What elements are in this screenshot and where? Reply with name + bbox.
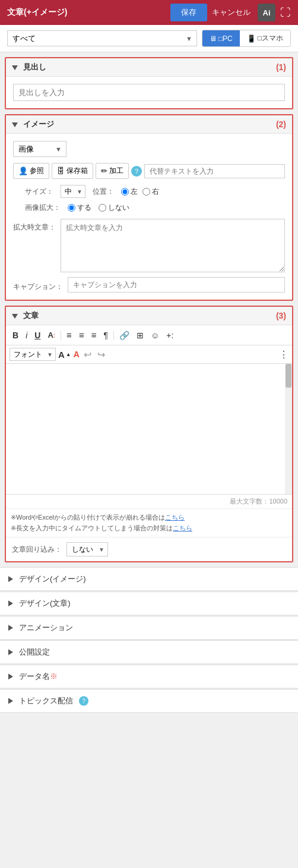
zoom-yes-radio[interactable] bbox=[68, 204, 75, 212]
size-select[interactable]: 中 bbox=[61, 185, 85, 198]
position-right-label[interactable]: 右 bbox=[142, 187, 159, 197]
view-btn-group: 🖥 □PC 📱 □スマホ bbox=[202, 30, 291, 47]
pc-view-button[interactable]: 🖥 □PC bbox=[202, 30, 240, 46]
header-title: 文章(+イメージ) bbox=[7, 7, 170, 18]
editor-notes: ※WordやExcelからの貼り付けで表示が崩れる場合はこちら ※長文を入力中に… bbox=[6, 509, 292, 537]
heading-section-label: 見出し bbox=[23, 62, 46, 73]
expand-textarea[interactable] bbox=[61, 219, 285, 272]
text-wrap-select-wrap: しない ▼ bbox=[66, 542, 108, 556]
paragraph-button[interactable]: ¶ bbox=[100, 329, 111, 341]
font-size-button[interactable]: A ▲ bbox=[58, 350, 71, 360]
zoom-yes-label[interactable]: する bbox=[68, 203, 91, 213]
process-button[interactable]: ✏ 加工 bbox=[96, 163, 129, 179]
align-right-button[interactable]: ≡ bbox=[88, 329, 100, 341]
storage-icon: 🗄 bbox=[57, 166, 65, 175]
expand-text-label: 拡大時文章： bbox=[13, 219, 56, 232]
expand-icon[interactable]: ⛶ bbox=[280, 7, 291, 19]
align-left-button[interactable]: ≡ bbox=[64, 329, 75, 341]
image-section-header-left: イメージ bbox=[12, 119, 54, 130]
collapse-section-0: デザイン(イメージ) bbox=[0, 567, 298, 591]
collapse-header-0[interactable]: デザイン(イメージ) bbox=[0, 568, 298, 590]
heading-triangle-icon bbox=[12, 63, 20, 72]
ai-icon[interactable]: Ai bbox=[258, 4, 275, 21]
collapse-header-3[interactable]: 公開設定 bbox=[0, 641, 298, 663]
smartphone-label: □スマホ bbox=[258, 33, 283, 43]
image-help-icon[interactable]: ? bbox=[131, 166, 142, 177]
image-type-select[interactable]: 画像 bbox=[13, 141, 66, 157]
redo-button[interactable]: ↪ bbox=[96, 349, 107, 360]
note2-link[interactable]: こちら bbox=[173, 524, 192, 532]
more-options-button[interactable]: ⋮ bbox=[279, 349, 289, 360]
position-right-radio[interactable] bbox=[142, 188, 150, 196]
table-button[interactable]: ⊞ bbox=[134, 329, 147, 341]
collapse-title-0: デザイン(イメージ) bbox=[19, 574, 86, 584]
editor-toolbar: B i U A: ≡ ≡ ≡ ¶ 🔗 ⊞ ☺ +: bbox=[6, 325, 292, 345]
toolbar-separator-1 bbox=[61, 331, 61, 340]
collapse-title-5: トピックス配信 bbox=[19, 696, 73, 706]
heading-section: 見出し (1) bbox=[5, 57, 293, 109]
view-select[interactable]: すべて bbox=[7, 30, 197, 46]
image-zoom-row: 画像拡大： する しない bbox=[13, 203, 285, 213]
collapse-arrow-icon-2 bbox=[8, 625, 13, 631]
zoom-no-label[interactable]: しない bbox=[99, 203, 129, 213]
collapse-help-icon-5[interactable]: ? bbox=[79, 696, 88, 706]
editor-scrollbar-thumb[interactable] bbox=[286, 364, 291, 388]
underline-button[interactable]: U bbox=[31, 329, 43, 341]
position-left-radio[interactable] bbox=[121, 188, 129, 196]
storage-button[interactable]: 🗄 保存箱 bbox=[52, 163, 93, 179]
image-section-number: (2) bbox=[276, 119, 286, 129]
font-select-wrap: フォント ▼ bbox=[9, 348, 56, 361]
smartphone-view-button[interactable]: 📱 □スマホ bbox=[240, 30, 290, 46]
caption-input[interactable] bbox=[68, 277, 285, 293]
position-right-text: 右 bbox=[152, 187, 159, 197]
undo-button[interactable]: ↩ bbox=[82, 349, 93, 360]
text-wrap-row: 文章回り込み： しない ▼ bbox=[6, 537, 292, 561]
alt-text-input[interactable] bbox=[144, 164, 285, 178]
collapse-header-2[interactable]: アニメーション bbox=[0, 617, 298, 639]
font-select[interactable]: フォント bbox=[9, 348, 56, 361]
article-section: 文章 (3) B i U A: ≡ ≡ ≡ ¶ 🔗 ⊞ ☺ +: フォント bbox=[5, 306, 293, 562]
save-button[interactable]: 保存 bbox=[170, 4, 207, 21]
text-wrap-select[interactable]: しない bbox=[66, 542, 108, 556]
note2-text: ※長文を入力中にタイムアウトしてしまう場合の対策は bbox=[11, 524, 173, 532]
note1-link[interactable]: こちら bbox=[165, 514, 185, 521]
collapse-section-1: デザイン(文章) bbox=[0, 592, 298, 615]
font-color-a-button[interactable]: A bbox=[74, 350, 80, 359]
editor-toolbar2: フォント ▼ A ▲ A ↩ ↪ ⋮ bbox=[6, 345, 292, 364]
more-toolbar-button[interactable]: +: bbox=[163, 329, 176, 341]
cancel-button[interactable]: キャンセル bbox=[212, 7, 251, 18]
collapse-section-4: データ名※ bbox=[0, 665, 298, 688]
heading-section-body bbox=[6, 77, 292, 108]
heading-section-header: 見出し (1) bbox=[6, 58, 292, 77]
font-color-button[interactable]: A: bbox=[45, 329, 58, 341]
collapse-arrow-icon-5 bbox=[8, 698, 13, 704]
heading-input[interactable] bbox=[13, 84, 285, 101]
collapse-arrow-icon-4 bbox=[8, 674, 13, 680]
position-left-label[interactable]: 左 bbox=[121, 187, 138, 197]
zoom-label: 画像拡大： bbox=[25, 203, 61, 213]
collapse-header-1[interactable]: デザイン(文章) bbox=[0, 592, 298, 615]
collapse-header-5[interactable]: トピックス配信? bbox=[0, 690, 298, 712]
article-section-number: (3) bbox=[276, 311, 286, 320]
zoom-no-radio[interactable] bbox=[99, 204, 106, 212]
image-section: イメージ (2) 画像 ▼ 👤 参照 🗄 保存箱 ✏ 加工 ? bbox=[5, 114, 293, 301]
reference-button[interactable]: 👤 参照 bbox=[13, 163, 49, 179]
collapse-header-4[interactable]: データ名※ bbox=[0, 665, 298, 688]
caption-label: キャプション： bbox=[13, 278, 63, 292]
bold-button[interactable]: B bbox=[9, 329, 21, 341]
editor-content-area[interactable] bbox=[6, 364, 292, 495]
collapse-section-3: 公開設定 bbox=[0, 640, 298, 664]
editor-scrollbar[interactable] bbox=[285, 364, 292, 494]
article-section-header-left: 文章 bbox=[12, 310, 39, 321]
reference-label: 参照 bbox=[30, 166, 44, 176]
link-button[interactable]: 🔗 bbox=[116, 329, 132, 341]
image-section-label: イメージ bbox=[23, 119, 54, 130]
pc-icon: 🖥 bbox=[210, 34, 217, 43]
position-group: 左 右 bbox=[121, 187, 159, 197]
font-size-arrow-icon: ▲ bbox=[66, 351, 71, 357]
heading-section-number: (1) bbox=[276, 62, 286, 72]
emoji-button[interactable]: ☺ bbox=[148, 329, 162, 341]
article-section-body: B i U A: ≡ ≡ ≡ ¶ 🔗 ⊞ ☺ +: フォント ▼ A bbox=[6, 325, 292, 561]
italic-button[interactable]: i bbox=[23, 329, 30, 341]
align-center-button[interactable]: ≡ bbox=[76, 329, 87, 341]
